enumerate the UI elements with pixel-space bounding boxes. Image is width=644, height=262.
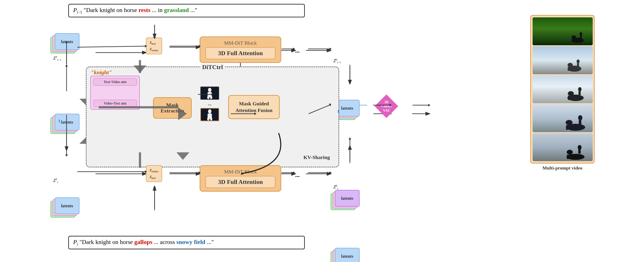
z-var: Z — [53, 56, 56, 60]
svg-point-47 — [576, 60, 580, 63]
prompt-bot-var: P — [73, 238, 77, 245]
video-frame-5 — [532, 133, 593, 161]
top-dots: ... — [295, 47, 300, 54]
svg-rect-36 — [574, 39, 575, 42]
top-z-boxes: ztext zvision — [146, 38, 162, 54]
z-text-label: ztext — [150, 40, 158, 46]
svg-point-25 — [208, 88, 212, 92]
t-arrow-mid-right: t — [338, 108, 340, 114]
svg-rect-59 — [566, 125, 568, 130]
bot-right-latent-stack: latents — [330, 248, 361, 262]
attn-blocks-container: Text-Video attn Video-Text attn — [90, 76, 140, 110]
video-frame-3 — [532, 75, 593, 103]
svg-rect-44 — [570, 67, 572, 71]
top-right-latent-var: Z0i−1 — [334, 58, 341, 64]
svg-marker-84 — [330, 48, 332, 50]
svg-rect-51 — [568, 96, 570, 100]
multi-prompt-label: Multi-prompt video — [530, 165, 595, 171]
video-frame-2 — [532, 46, 593, 74]
z-vision-bot-label: zvision — [150, 167, 158, 173]
diagram-wrapper: Pi−1 "Dark knight on horse rests ... in … — [43, 0, 601, 253]
bot-latent-label: latents — [61, 204, 73, 208]
prompt-bot-sub: i — [77, 242, 78, 246]
latent-card-blue-3: latents — [55, 198, 80, 214]
svg-marker-118 — [65, 154, 68, 157]
top-left-latent-var: ZTi−1 — [53, 55, 61, 62]
svg-rect-46 — [576, 67, 577, 71]
vae-label: 3DCausalVAE — [381, 100, 391, 112]
mid-left-latent-stack: latents — [50, 114, 80, 135]
vae-container: 3DCausalVAE — [374, 92, 399, 120]
bot-right-latent-var: Z0i — [334, 184, 338, 190]
bot-left-latent-stack: latents — [50, 198, 80, 219]
svg-rect-62 — [576, 125, 578, 130]
svg-point-34 — [572, 36, 576, 39]
prompt-bot-blue: snowy field — [176, 238, 206, 245]
vae-shape: 3DCausalVAE — [374, 94, 398, 118]
svg-marker-86 — [348, 82, 351, 84]
prompt-top-var: P — [73, 7, 77, 13]
svg-rect-48 — [577, 63, 579, 66]
mask-images: ... — [200, 86, 219, 121]
svg-rect-45 — [573, 67, 575, 71]
ditctrl-box: DiTCtrl "knight" Text-Video attn Video-T… — [86, 66, 339, 167]
svg-marker-104 — [330, 172, 332, 174]
svg-rect-61 — [574, 125, 576, 130]
svg-marker-116 — [65, 64, 68, 66]
bot-left-latent-var: ZTi — [53, 178, 58, 184]
svg-rect-69 — [574, 155, 576, 159]
latent-label-text: latents — [61, 39, 73, 44]
svg-marker-102 — [293, 172, 295, 174]
svg-marker-82 — [293, 48, 295, 50]
svg-point-50 — [568, 91, 574, 96]
svg-rect-54 — [577, 96, 578, 100]
prompt-top-mid: ... in — [152, 7, 164, 13]
svg-rect-70 — [576, 155, 578, 159]
z-text-bot-label: ztext — [150, 174, 158, 180]
video-frame-4 — [532, 104, 593, 132]
video-text-attn: Video-Text attn — [94, 100, 137, 107]
text-video-attn: Text-Video attn — [94, 78, 137, 86]
prompt-bot-red: gallops — [134, 238, 152, 245]
bot-prompt: Pi "Dark knight on horse gallops ... acr… — [68, 236, 305, 249]
svg-marker-112 — [153, 186, 156, 188]
mgaf-label: Mask Guided Attention Fusion — [236, 101, 273, 113]
prompt-top-text: "Dark knight on horse — [84, 7, 139, 13]
top-right-latent-label: latents — [341, 106, 353, 111]
top-mmdit-title: MM-DiT Block — [206, 40, 276, 46]
bot-dots: ... — [295, 172, 300, 178]
video-frame-1 — [532, 18, 593, 45]
mask-frame-1 — [200, 86, 219, 100]
svg-rect-37 — [576, 39, 578, 42]
bot-mmdit-inner: 3D Full Attention — [206, 176, 276, 188]
video-strip: Multi-prompt video — [530, 15, 595, 171]
mid-latent-label: latents — [61, 120, 73, 125]
svg-rect-72 — [578, 150, 581, 154]
mask-extraction-box: Mask Extraction — [153, 97, 192, 119]
svg-point-63 — [578, 115, 582, 120]
latent-card-purple-rm: latents — [335, 190, 360, 207]
svg-point-71 — [578, 145, 582, 150]
svg-marker-110 — [428, 104, 430, 106]
mask-frame-2 — [200, 108, 219, 121]
svg-rect-52 — [571, 96, 572, 100]
prompt-top-sub: i−1 — [77, 10, 82, 14]
top-prompt: Pi−1 "Dark knight on horse rests ... in … — [68, 4, 305, 18]
svg-rect-67 — [567, 155, 569, 159]
svg-point-29 — [208, 109, 212, 114]
prompt-bot-mid: ... across — [154, 238, 176, 245]
svg-point-55 — [578, 87, 582, 92]
svg-rect-68 — [570, 155, 572, 159]
top-left-latent-stack: latents — [50, 33, 80, 55]
prompt-top-green: grassland — [164, 7, 189, 13]
latent-card-blue-r2: latents — [335, 248, 360, 262]
svg-rect-40 — [580, 36, 582, 38]
svg-point-66 — [567, 150, 573, 154]
svg-point-39 — [580, 32, 582, 36]
kv-sharing-label: KV-Sharing — [303, 154, 330, 160]
mid-right-latent-stack: latents — [330, 190, 361, 211]
top-mmdit-inner: 3D Full Attention — [206, 47, 276, 59]
mask-dots: ... — [208, 101, 212, 107]
prompt-bot-end: ..." — [207, 238, 214, 245]
svg-rect-60 — [569, 125, 571, 130]
